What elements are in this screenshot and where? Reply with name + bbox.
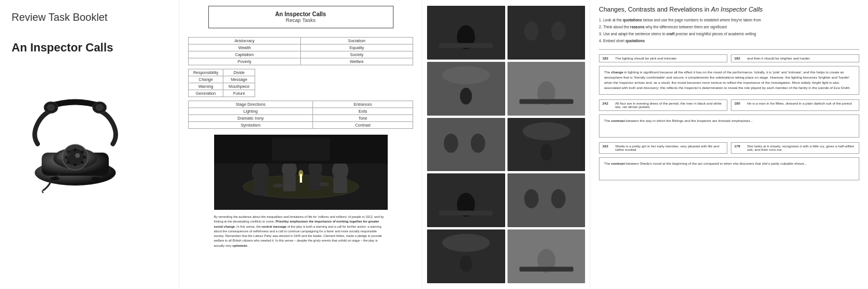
svg-point-59 bbox=[524, 190, 538, 209]
quote-cell-2a: 242 All four are in evening dress of the… bbox=[599, 99, 727, 111]
stage-cell: Dramatic Irony bbox=[189, 115, 313, 122]
svg-point-8 bbox=[81, 161, 84, 164]
film-still-5 bbox=[427, 118, 505, 172]
quote-text-2b: He is a man in his fifties, dressed in a… bbox=[747, 102, 852, 105]
svg-rect-66 bbox=[519, 267, 573, 272]
recap-label: Recap Tasks bbox=[215, 17, 387, 23]
svg-point-54 bbox=[540, 143, 552, 160]
quote-text-3a: Sheila is a pretty girl in her early twe… bbox=[615, 144, 724, 151]
film-still-2 bbox=[507, 6, 586, 60]
title-start: Changes, Contrasts and Revelations in bbox=[599, 6, 711, 13]
divider bbox=[599, 49, 859, 50]
stage-table: Stage DirectionsEntrancesLightingExitsDr… bbox=[188, 101, 413, 129]
film-still-7 bbox=[427, 173, 505, 227]
svg-rect-24 bbox=[253, 178, 267, 195]
analysis-box-3: The contrast between Sheila's mood at th… bbox=[599, 157, 859, 180]
keyword-cell: Capitalism bbox=[189, 51, 301, 58]
svg-point-17 bbox=[95, 104, 104, 111]
keyword-cell: Wealth bbox=[189, 45, 301, 51]
svg-point-50 bbox=[444, 134, 458, 153]
quote-row-2: 242 All four are in evening dress of the… bbox=[599, 99, 859, 111]
analysis-box-1: The change in lighting is significant be… bbox=[599, 66, 859, 95]
instruction-item-4: Embed short quotations bbox=[599, 38, 859, 43]
title-italic: An Inspector Calls bbox=[711, 6, 763, 13]
scene-image bbox=[214, 135, 388, 210]
svg-rect-49 bbox=[427, 119, 505, 170]
svg-point-10 bbox=[67, 161, 70, 164]
film-still-1 bbox=[427, 6, 505, 60]
stage-cell: Exits bbox=[313, 108, 413, 115]
quote-text-1a: The lighting should be pink and intimate bbox=[615, 57, 676, 60]
panel-analysis: Changes, Contrasts and Revelations in An… bbox=[590, 0, 868, 289]
panel-review-booklet: Review Task Booklet An Inspector Calls bbox=[0, 0, 179, 289]
svg-point-9 bbox=[74, 164, 77, 166]
keyword-cell: Equality bbox=[301, 45, 413, 51]
page-1a: 182 bbox=[602, 57, 613, 60]
quote-cell-3b: 178 She looks at it closely, recognises … bbox=[731, 142, 859, 154]
svg-rect-36 bbox=[272, 138, 330, 161]
svg-point-34 bbox=[319, 183, 329, 186]
stage-cell: Tone bbox=[313, 115, 413, 122]
svg-point-32 bbox=[299, 170, 303, 177]
page-1b: 182 bbox=[734, 57, 745, 60]
page-2b: 180 bbox=[734, 102, 745, 105]
themes-table: ResponsibilityDivideChangeMessageWarning… bbox=[188, 69, 255, 97]
analysis-text-2: The contrast between the way in which th… bbox=[604, 118, 854, 124]
svg-rect-48 bbox=[519, 99, 573, 103]
recap-book-title: An Inspector Calls bbox=[215, 11, 387, 17]
review-task-title: Review Task Booklet bbox=[12, 12, 108, 24]
film-still-3 bbox=[427, 62, 505, 116]
themes-section: ResponsibilityDivideChangeMessageWarning… bbox=[188, 69, 413, 97]
panel-film-stills bbox=[422, 0, 590, 289]
svg-point-33 bbox=[273, 184, 282, 187]
svg-rect-30 bbox=[333, 177, 347, 193]
instruction-item-2: Think about the reasons why the differen… bbox=[599, 24, 859, 29]
quote-cell-3a: 162 Sheila is a pretty girl in her early… bbox=[599, 142, 727, 154]
svg-rect-28 bbox=[309, 174, 322, 190]
recap-header-box: An Inspector Calls Recap Tasks bbox=[208, 6, 393, 28]
quote-cell-1b: 182 and then it should be brighter and h… bbox=[731, 54, 859, 62]
svg-rect-40 bbox=[507, 7, 586, 58]
phone-image bbox=[12, 72, 139, 199]
svg-point-60 bbox=[551, 190, 565, 209]
stage-cell: Contrast bbox=[313, 122, 413, 129]
theme-cell: Future bbox=[223, 90, 255, 97]
svg-point-20 bbox=[91, 177, 100, 180]
page-3b: 178 bbox=[734, 144, 745, 148]
svg-rect-57 bbox=[439, 211, 493, 216]
svg-point-44 bbox=[442, 66, 490, 84]
theme-cell: Divide bbox=[223, 69, 255, 76]
svg-point-53 bbox=[522, 122, 570, 140]
theme-cell: Generation bbox=[189, 90, 223, 97]
theme-cell: Responsibility bbox=[189, 69, 223, 76]
inspector-calls-title: An Inspector Calls bbox=[12, 41, 113, 54]
panel-recap-tasks: An Inspector Calls Recap Tasks Aristocra… bbox=[179, 0, 422, 289]
svg-rect-58 bbox=[507, 175, 586, 226]
svg-rect-39 bbox=[439, 43, 493, 48]
film-still-6 bbox=[507, 118, 586, 172]
analysis-text-3: The contrast between Sheila's mood at th… bbox=[604, 161, 854, 166]
svg-point-62 bbox=[442, 234, 490, 252]
paragraph-text: By reminding the audience about the ineq… bbox=[214, 214, 388, 248]
theme-cell: Warning bbox=[189, 83, 223, 90]
analysis-text-1: The change in lighting is significant be… bbox=[604, 70, 854, 91]
analysis-box-2: The contrast between the way in which th… bbox=[599, 114, 859, 138]
svg-point-45 bbox=[460, 88, 472, 105]
film-still-10 bbox=[507, 229, 586, 283]
stage-cell: Stage Directions bbox=[189, 101, 313, 108]
svg-point-41 bbox=[524, 21, 538, 40]
svg-point-42 bbox=[551, 21, 565, 40]
svg-rect-26 bbox=[283, 175, 296, 191]
stage-cell: Lighting bbox=[189, 108, 313, 115]
panel4-title: Changes, Contrasts and Revelations in An… bbox=[599, 6, 859, 13]
theme-cell: Message bbox=[223, 76, 255, 83]
film-still-4 bbox=[507, 62, 586, 116]
keywords-table: AristocracySocialismWealthEqualityCapita… bbox=[188, 37, 413, 65]
quote-text-1b: and then it should be brighter and harde… bbox=[747, 57, 810, 60]
theme-cell: Mouthpiece bbox=[223, 83, 255, 90]
svg-point-5 bbox=[74, 149, 77, 151]
instruction-item-1: Look at the quotations below and use the… bbox=[599, 17, 859, 23]
quote-row-1: 182 The lighting should be pink and inti… bbox=[599, 54, 859, 62]
stage-cell: Entrances bbox=[313, 101, 413, 108]
keyword-cell: Socialism bbox=[301, 38, 413, 45]
